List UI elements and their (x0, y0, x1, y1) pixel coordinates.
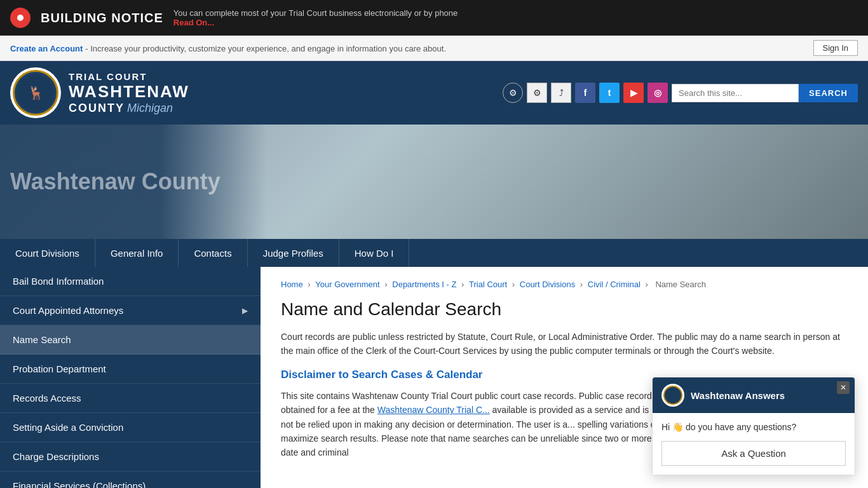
county-label: COUNTY (69, 102, 125, 114)
sidebar-item-probation[interactable]: Probation Department (0, 355, 261, 384)
sidebar-label-court-appointed: Court Appointed Attorneys (13, 305, 123, 316)
hero-banner: Washtenaw County (0, 125, 868, 239)
breadcrumb-trial-court[interactable]: Trial Court (469, 280, 507, 289)
sidebar-item-bail-bond[interactable]: Bail Bond Information (0, 267, 261, 296)
breadcrumb-current: Name Search (655, 280, 705, 289)
disclaimer-link[interactable]: Washtenaw County Trial C... (377, 405, 490, 415)
sidebar-label-bail-bond: Bail Bond Information (13, 276, 104, 287)
share-icon[interactable]: ⤴ (551, 83, 571, 103)
account-bar-left: Create an Account - Increase your produc… (10, 43, 446, 53)
nav-item-court-divisions[interactable]: Court Divisions (0, 239, 95, 267)
breadcrumb-court-divisions[interactable]: Court Divisions (520, 280, 575, 289)
account-bar: Create an Account - Increase your produc… (0, 36, 868, 61)
sidebar: Bail Bond Information Court Appointed At… (0, 267, 261, 488)
chat-widget: Washtenaw Answers ✕ Hi 👋 do you have any… (652, 377, 855, 475)
logo-deer-icon: 🦌 (28, 85, 44, 100)
sidebar-item-name-search[interactable]: Name Search (0, 325, 261, 355)
ask-question-button[interactable]: Ask a Question (661, 441, 846, 466)
chat-header: Washtenaw Answers ✕ (653, 377, 855, 413)
sidebar-label-probation: Probation Department (13, 363, 106, 374)
nav-item-judge-profiles[interactable]: Judge Profiles (248, 239, 339, 267)
page-title: Name and Calendar Search (281, 299, 848, 320)
sidebar-item-court-appointed[interactable]: Court Appointed Attorneys ▶ (0, 296, 261, 325)
notice-alert-icon (10, 8, 31, 28)
instagram-icon[interactable]: ◎ (648, 83, 668, 103)
content-intro: Court records are public unless restrict… (281, 330, 848, 358)
nav-item-contacts[interactable]: Contacts (179, 239, 247, 267)
nav-item-how-do-i[interactable]: How Do I (339, 239, 410, 267)
logo-circle: 🦌 (10, 67, 61, 118)
sidebar-item-charge-descriptions[interactable]: Charge Descriptions (0, 442, 261, 471)
breadcrumb-sep-3: › (461, 280, 466, 289)
breadcrumb-departments[interactable]: Departments I - Z (392, 280, 456, 289)
sidebar-label-name-search: Name Search (13, 334, 71, 345)
breadcrumb-sep-2: › (384, 280, 390, 289)
trial-court-label: TRIAL COURT (69, 71, 189, 82)
chat-body: Hi 👋 do you have any questions? Ask a Qu… (653, 413, 855, 475)
header-right: ⚙ ⚙ ⤴ f t ▶ ◎ SEARCH (503, 83, 858, 103)
account-bar-description: - Increase your productivity, customize … (85, 44, 446, 53)
chat-title: Washtenaw Answers (691, 390, 785, 401)
sidebar-arrow-icon: ▶ (242, 306, 248, 315)
michigan-label: Michigan (127, 102, 173, 114)
logo-seal: 🦌 (13, 70, 58, 116)
youtube-icon[interactable]: ▶ (623, 83, 644, 103)
sidebar-label-setting-aside: Setting Aside a Conviction (13, 422, 123, 433)
header-tools: ⚙ ⚙ ⤴ f t ▶ ◎ SEARCH (503, 83, 858, 103)
navigation-bar: Court Divisions General Info Contacts Ju… (0, 239, 868, 267)
chat-greeting: Hi 👋 do you have any questions? (661, 422, 846, 432)
chat-logo-seal (663, 386, 682, 405)
sidebar-label-financial-services: Financial Services (Collections) (13, 480, 146, 488)
logo-area: 🦌 TRIAL COURT WASHTENAW COUNTY Michigan (10, 67, 189, 118)
notice-content: You can complete most of your Trial Cour… (173, 8, 458, 27)
hero-overlay: Washtenaw County (0, 125, 267, 239)
breadcrumb-sep-5: › (580, 280, 585, 289)
breadcrumb-sep-1: › (308, 280, 313, 289)
court-name: TRIAL COURT WASHTENAW COUNTY Michigan (69, 71, 189, 115)
search-button[interactable]: SEARCH (799, 84, 858, 102)
washtenaw-label: WASHTENAW (69, 82, 189, 102)
building-notice-bar: BUILDING NOTICE You can complete most of… (0, 0, 868, 36)
breadcrumb: Home › Your Government › Departments I -… (281, 280, 848, 289)
breadcrumb-civil-criminal[interactable]: Civil / Criminal (588, 280, 641, 289)
notice-title: BUILDING NOTICE (41, 11, 163, 25)
nav-item-general-info[interactable]: General Info (95, 239, 179, 267)
read-on-link[interactable]: Read On... (173, 18, 458, 27)
search-input[interactable] (672, 84, 799, 102)
breadcrumb-your-government[interactable]: Your Government (315, 280, 379, 289)
chat-logo (661, 384, 684, 407)
hero-text: Washtenaw County (10, 168, 220, 195)
sidebar-item-records-access[interactable]: Records Access (0, 384, 261, 413)
breadcrumb-sep-4: › (512, 280, 517, 289)
breadcrumb-home[interactable]: Home (281, 280, 303, 289)
notice-message: You can complete most of your Trial Cour… (173, 8, 458, 18)
site-header: 🦌 TRIAL COURT WASHTENAW COUNTY Michigan … (0, 61, 868, 125)
breadcrumb-sep-6: › (645, 280, 650, 289)
create-account-link[interactable]: Create an Account (10, 44, 83, 53)
sidebar-item-setting-aside[interactable]: Setting Aside a Conviction (0, 413, 261, 442)
settings-icon[interactable]: ⚙ (527, 83, 547, 103)
sign-in-button[interactable]: Sign In (813, 40, 858, 56)
chat-close-button[interactable]: ✕ (837, 381, 850, 394)
seal-icon[interactable]: ⚙ (503, 83, 523, 103)
sidebar-item-financial-services[interactable]: Financial Services (Collections) (0, 471, 261, 488)
sidebar-label-charge-descriptions: Charge Descriptions (13, 451, 99, 462)
facebook-icon[interactable]: f (575, 83, 595, 103)
search-bar: SEARCH (672, 84, 858, 102)
sidebar-label-records-access: Records Access (13, 393, 81, 403)
twitter-icon[interactable]: t (599, 83, 620, 103)
